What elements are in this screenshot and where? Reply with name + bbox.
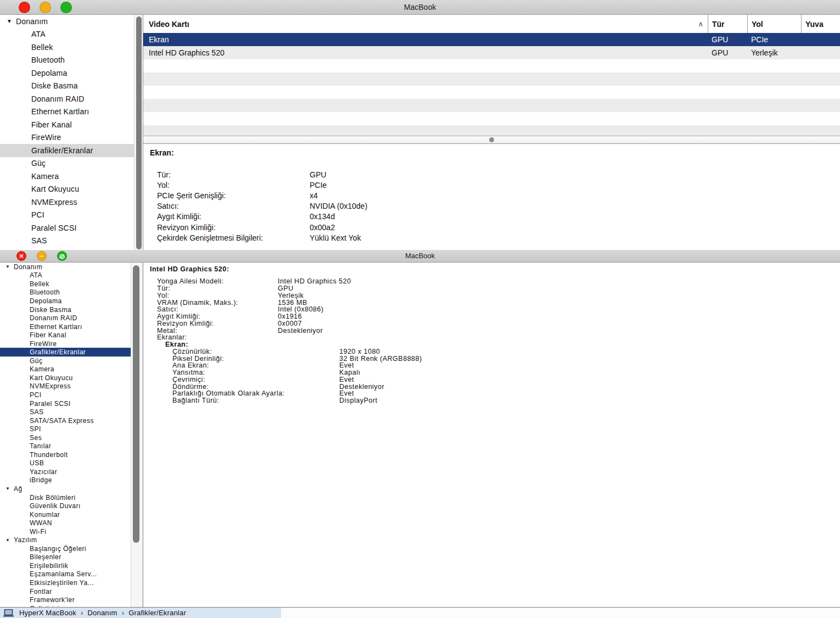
sidebar-item-güç[interactable]: Güç (0, 157, 134, 170)
sidebar-item-grafikler-ekranlar[interactable]: Grafikler/Ekranlar (0, 348, 131, 357)
sidebar-item-ethernet-kartları[interactable]: Ethernet Kartları (0, 105, 134, 119)
sidebar-item-label: Bileşenler (30, 553, 61, 561)
sidebar-section-donanım[interactable]: ▼Donanım (0, 15, 134, 28)
detail-field-value: DisplayPort (339, 397, 377, 404)
sidebar-item-wi-fi[interactable]: Wi-Fi (0, 527, 131, 536)
sidebar-item-depolama[interactable]: Depolama (0, 66, 134, 80)
sidebar-item-label: iBridge (30, 476, 52, 484)
sidebar-item-ata[interactable]: ATA (0, 271, 131, 280)
sidebar-item-pci[interactable]: PCI (0, 209, 134, 222)
sidebar-item-sas[interactable]: SAS (0, 408, 131, 416)
sidebar-item-bellek[interactable]: Bellek (0, 41, 134, 54)
sidebar-item-label: Bellek (30, 280, 49, 288)
video-card-table: EkranGPUPCIeIntel HD Graphics 520GPUYerl… (143, 33, 840, 136)
sidebar-item-thunderbolt[interactable]: Thunderbolt (0, 450, 131, 459)
sidebar-item-nvmexpress[interactable]: NVMExpress (0, 382, 131, 391)
sidebar-scrollbar[interactable] (134, 15, 143, 254)
sidebar-section-donanım[interactable]: ▼Donanım (0, 263, 131, 271)
sidebar-item-label: Erişilebilirlik (30, 562, 68, 570)
sidebar-scrollbar[interactable] (131, 263, 143, 607)
sidebar-item-donanım-raid[interactable]: Donanım RAID (0, 92, 134, 105)
sidebar-item-ibridge[interactable]: iBridge (0, 476, 131, 485)
sidebar-section-yazılım[interactable]: ▼Yazılım (0, 536, 131, 545)
cell-video-karti: Ekran (149, 33, 169, 46)
sidebar-item-kamera[interactable]: Kamera (0, 365, 131, 374)
column-header-video-karti[interactable]: Video Kartı ∧ (143, 15, 708, 33)
table-row-ekran[interactable]: EkranGPUPCIe (143, 33, 840, 46)
disclosure-triangle-icon[interactable]: ▼ (5, 264, 14, 269)
sidebar-item-wwan[interactable]: WWAN (0, 519, 131, 527)
splitter-handle-icon[interactable] (489, 137, 494, 142)
sidebar-item-disk-bölümleri[interactable]: Disk Bölümleri (0, 493, 131, 502)
cell-tur: GPU (712, 46, 728, 59)
sidebar-item-bluetooth[interactable]: Bluetooth (0, 54, 134, 67)
sidebar-item-firewire[interactable]: FireWire (0, 131, 134, 144)
sidebar-item-nvmexpress[interactable]: NVMExpress (0, 196, 134, 209)
sidebar-item-firewire[interactable]: FireWire (0, 339, 131, 348)
sidebar-item-ethernet-kartları[interactable]: Ethernet Kartları (0, 322, 131, 331)
sidebar-item-etkisizleştirilen-ya[interactable]: Etkisizleştirilen Ya... (0, 578, 131, 587)
pane-splitter[interactable] (143, 136, 840, 144)
sidebar-item-diske-basma[interactable]: Diske Basma (0, 305, 131, 314)
disclosure-triangle-icon[interactable]: ▼ (5, 486, 14, 491)
sidebar-item-label: USB (30, 459, 44, 467)
sidebar-item-kart-okuyucu[interactable]: Kart Okuyucu (0, 183, 134, 196)
sidebar-item-konumlar[interactable]: Konumlar (0, 510, 131, 519)
column-header-tur[interactable]: Tür (708, 15, 747, 33)
detail-field: Tür:GPU (143, 169, 840, 180)
sidebar-item-kart-okuyucu[interactable]: Kart Okuyucu (0, 374, 131, 382)
sidebar-item-label: Ses (30, 434, 42, 442)
sidebar-item-ses[interactable]: Ses (0, 433, 131, 442)
detail-field-label: Revizyon Kimliği: (157, 223, 310, 232)
sidebar-item-label: Fontlar (30, 588, 52, 595)
sidebar-item-label: Donanım RAID (30, 314, 77, 322)
scrollbar-thumb[interactable] (136, 16, 142, 249)
sidebar-item-eşzamanlama-serv[interactable]: Eşzamanlama Serv... (0, 570, 131, 579)
sidebar-item-bluetooth[interactable]: Bluetooth (0, 288, 131, 297)
sidebar-item-spi[interactable]: SPI (0, 425, 131, 433)
disclosure-triangle-icon[interactable]: ▼ (7, 18, 16, 24)
sidebar-item-depolama[interactable]: Depolama (0, 297, 131, 305)
sidebar-item-güvenlik-duvarı[interactable]: Güvenlik Duvarı (0, 502, 131, 510)
sidebar-item-donanım-raid[interactable]: Donanım RAID (0, 314, 131, 322)
sidebar-item-label: SAS (30, 408, 44, 416)
sidebar-item-ata[interactable]: ATA (0, 28, 134, 41)
sidebar-item-label: Diske Basma (30, 306, 71, 314)
sidebar-item-label: FireWire (31, 133, 61, 142)
sidebar-item-başlangıç-öğeleri[interactable]: Başlangıç Öğeleri (0, 544, 131, 553)
sidebar-item-bileşenler[interactable]: Bileşenler (0, 553, 131, 562)
sidebar-item-sata-sata-express[interactable]: SATA/SATA Express (0, 416, 131, 425)
column-header-yuva[interactable]: Yuva (801, 15, 840, 33)
titlebar[interactable]: ✕ − ⊘ MacBook (0, 250, 840, 263)
sidebar-item-pci[interactable]: PCI (0, 391, 131, 399)
table-row-intel-hd-graphics-520[interactable]: Intel HD Graphics 520GPUYerleşik (143, 46, 840, 59)
sidebar-item-erişilebilirlik[interactable]: Erişilebilirlik (0, 561, 131, 570)
sidebar-item-framework-ler[interactable]: Framework'ler (0, 595, 131, 604)
sidebar-item-fiber-kanal[interactable]: Fiber Kanal (0, 331, 131, 339)
detail-field: Ana Ekran:Evet (143, 362, 840, 369)
sidebar-item-güç[interactable]: Güç (0, 357, 131, 365)
sidebar-item-sas[interactable]: SAS (0, 235, 134, 248)
sidebar-item-diske-basma[interactable]: Diske Basma (0, 80, 134, 93)
sidebar-item-paralel-scsi[interactable]: Paralel SCSI (0, 399, 131, 408)
sidebar-item-fiber-kanal[interactable]: Fiber Kanal (0, 118, 134, 131)
sidebar-item-label: SATA/SATA Express (30, 417, 94, 425)
sidebar-item-bellek[interactable]: Bellek (0, 280, 131, 288)
sidebar-item-label: Ethernet Kartları (31, 107, 89, 116)
sidebar-item-usb[interactable]: USB (0, 459, 131, 468)
detail-field-label: PCIe Şerit Genişliği: (157, 191, 310, 200)
sidebar-item-fontlar[interactable]: Fontlar (0, 587, 131, 596)
window-title: MacBook (0, 252, 840, 260)
disclosure-triangle-icon[interactable]: ▼ (5, 538, 14, 543)
titlebar[interactable]: MacBook (0, 0, 840, 15)
sidebar-section-ağ[interactable]: ▼Ağ (0, 485, 131, 493)
column-header-yol[interactable]: Yol (747, 15, 801, 33)
sidebar-item-kamera[interactable]: Kamera (0, 170, 134, 183)
sidebar-item-yazıcılar[interactable]: Yazıcılar (0, 467, 131, 476)
sidebar-section-label: Ağ (14, 485, 23, 493)
sidebar-item-grafikler-ekranlar[interactable]: Grafikler/Ekranlar (0, 144, 134, 157)
sidebar-item-paralel-scsi[interactable]: Paralel SCSI (0, 221, 134, 235)
scrollbar-thumb[interactable] (133, 265, 139, 543)
content-pane: Video Kartı ∧ Tür Yol Yuva EkranGPUPCIeI… (143, 15, 840, 254)
sidebar-item-tanılar[interactable]: Tanılar (0, 442, 131, 450)
